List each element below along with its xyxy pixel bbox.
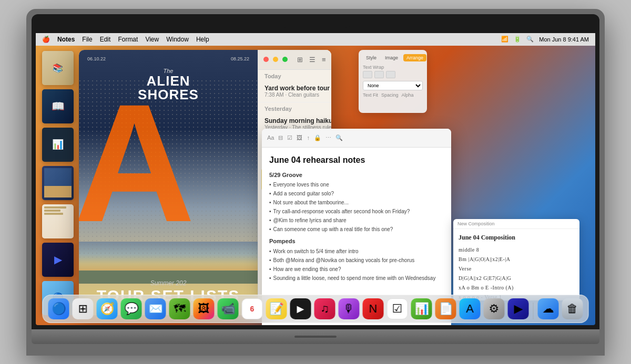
menu-window[interactable]: Window — [166, 36, 189, 43]
dock-item-numbers[interactable]: 📊 — [411, 298, 432, 319]
sort-icon[interactable]: ≡ — [322, 56, 326, 64]
text-wrap-row: Text Wrap None — [363, 65, 423, 90]
inspector-tab-image[interactable]: Image — [382, 54, 401, 61]
dock-item-photos[interactable]: 🖼 — [194, 298, 215, 319]
bullet-1: •Everyone loves this one — [269, 181, 444, 189]
trackpad-notch — [294, 336, 337, 338]
toolbar-more-icon[interactable]: ⋯ — [325, 134, 331, 141]
dock-item-pages[interactable]: 📄 — [435, 298, 456, 319]
bullet-6: •Can someone come up with a real title f… — [269, 225, 444, 234]
dock-item-reminders[interactable]: ☑ — [387, 298, 408, 319]
dock-item-messages[interactable]: 💬 — [121, 298, 142, 319]
dock-item-trash[interactable]: 🗑 — [562, 298, 583, 319]
dock-item-settings[interactable]: ⚙ — [484, 298, 505, 319]
section-today: Today — [258, 70, 331, 80]
toolbar-format-icon[interactable]: Aa — [267, 134, 274, 141]
dock-item-safari[interactable]: 🧭 — [97, 298, 118, 319]
bullet-p2: •Both @Moira and @Novika on backing voca… — [269, 256, 444, 265]
toolbar-share-icon[interactable]: ↑ — [307, 134, 310, 141]
window-close-button[interactable] — [263, 57, 269, 62]
text-fit-label: Text Fit — [363, 92, 378, 98]
menu-format[interactable]: Format — [118, 36, 138, 43]
apple-menu[interactable]: 🍎 — [42, 36, 50, 43]
toolbar-search-icon[interactable]: 🔍 — [335, 134, 343, 141]
note-section2: Pompeds — [269, 237, 444, 246]
inspector-tabs: Style Image Arrange — [363, 54, 423, 61]
notch-bar — [36, 18, 595, 33]
clock: Mon Jun 8 9:41 AM — [539, 36, 589, 43]
desktop: 📚 📖 📊 ▶ — [36, 46, 595, 325]
app-name[interactable]: Notes — [57, 36, 75, 43]
dock-item-news[interactable]: N — [363, 298, 384, 319]
dock-item-appletv[interactable]: ▶ — [290, 298, 311, 319]
text-wrap-label: Text Wrap — [363, 65, 423, 70]
wrap-option-2[interactable] — [374, 71, 384, 78]
screen-bezel: 🍎 Notes File Edit Format View Window Hel… — [32, 14, 599, 329]
wrap-option-1[interactable] — [363, 71, 372, 78]
toolbar-table-icon[interactable]: ⊟ — [278, 134, 283, 141]
note-bullets2: •Work on switch to 5/4 time after intro … — [269, 247, 444, 283]
thumbnail-fcpx[interactable]: ▶ — [42, 243, 74, 277]
toolbar-lock-icon[interactable]: 🔒 — [314, 134, 321, 141]
macbook-bottom — [32, 329, 599, 344]
composition-header: New Composition — [453, 219, 579, 229]
thumbnail-4[interactable] — [42, 166, 74, 200]
dock-item-music[interactable]: ♫ — [314, 298, 335, 319]
text-wrap-select[interactable]: None — [363, 81, 423, 90]
menu-bar-right: 📶 🔋 🔍 Mon Jun 8 9:41 AM — [501, 36, 589, 43]
comp-line-2: Verse — [459, 264, 574, 274]
thumbnail-1[interactable]: 📚 — [42, 51, 74, 85]
note-sub-yard-work: 7:38 AM · Clean guitars — [264, 92, 331, 98]
menu-view[interactable]: View — [145, 36, 159, 43]
bullet-p1: •Work on switch to 5/4 time after intro — [269, 247, 444, 256]
inspector-tab-style[interactable]: Style — [363, 54, 380, 61]
note-item-yard-work[interactable]: Yard work before tour 7:38 AM · Clean gu… — [258, 80, 331, 102]
dock-item-calendar[interactable]: 6 — [242, 298, 263, 319]
dots-overlay — [79, 79, 258, 257]
inspector-panel: Style Image Arrange Text Wrap None — [359, 50, 427, 113]
thumbnail-5[interactable] — [42, 204, 74, 238]
note-section1: 5/29 Groove — [269, 171, 444, 180]
bullet-3: •Not sure about the tambourine... — [269, 199, 444, 207]
dock-item-notes[interactable]: 📝 — [266, 298, 287, 319]
dock-item-podcasts[interactable]: 🎙 — [339, 298, 360, 319]
battery-icon: 🔋 — [514, 36, 521, 43]
date-left: 06.10.22 — [87, 56, 106, 61]
composition-window: New Composition June 04 Composition midd… — [453, 219, 579, 300]
notes-list-toolbar: ⊞ ☰ ≡ 🗑 ✏ — [258, 50, 331, 70]
dock-item-maps[interactable]: 🗺 — [169, 298, 190, 319]
toolbar-media-icon[interactable]: 🖼 — [297, 134, 302, 141]
grid-icon[interactable]: ⊞ — [297, 56, 303, 64]
list-icon[interactable]: ☰ — [309, 56, 316, 64]
comp-line-3: D|G|A||x2 G|E7|G|A|G — [459, 274, 574, 283]
search-icon[interactable]: 🔍 — [526, 36, 534, 43]
inspector-tab-arrange[interactable]: Arrange — [403, 54, 426, 61]
section-yesterday: Yesterday — [258, 102, 331, 113]
menu-edit[interactable]: Edit — [100, 36, 111, 43]
dock-item-finder[interactable]: 🔵 — [48, 298, 69, 319]
dock-item-mail[interactable]: ✉️ — [145, 298, 166, 319]
dock-item-appstore[interactable]: A — [460, 298, 481, 319]
dock: 🔵⊞🧭💬✉️🗺🖼📹6📝▶♫🎙N☑📊📄A⚙▶☁🗑 — [43, 295, 589, 323]
dock-item-launchpad[interactable]: ⊞ — [73, 298, 94, 319]
dock-item-fcpx[interactable]: ▶ — [508, 298, 529, 319]
bullet-5: •@Kim to refine lyrics and share — [269, 216, 444, 225]
dock-item-icloud[interactable]: ☁ — [538, 298, 559, 319]
note-detail-title: June 04 rehearsal notes — [269, 154, 444, 167]
menu-help[interactable]: Help — [196, 36, 209, 43]
menu-file[interactable]: File — [82, 36, 92, 43]
toolbar-checklist-icon[interactable]: ☑ — [287, 134, 292, 141]
summer-text: Summer 202 — [79, 279, 258, 287]
bullet-2: •Add a second guitar solo? — [269, 190, 444, 198]
note-bullets1: •Everyone loves this one •Add a second g… — [269, 181, 444, 234]
wrap-option-3[interactable] — [386, 71, 395, 78]
window-maximize-button[interactable] — [282, 57, 288, 62]
thumbnail-3[interactable]: 📊 — [42, 128, 74, 162]
wifi-icon: 📶 — [501, 36, 508, 43]
window-minimize-button[interactable] — [273, 57, 278, 62]
bullet-4: •Try call-and-response vocals after seco… — [269, 207, 444, 216]
macbook-frame: 🍎 Notes File Edit Format View Window Hel… — [26, 9, 605, 356]
thumbnail-2[interactable]: 📖 — [42, 89, 74, 123]
dock-item-facetime[interactable]: 📹 — [218, 298, 239, 319]
bullet-p3: •How are we ending this one? — [269, 265, 444, 274]
